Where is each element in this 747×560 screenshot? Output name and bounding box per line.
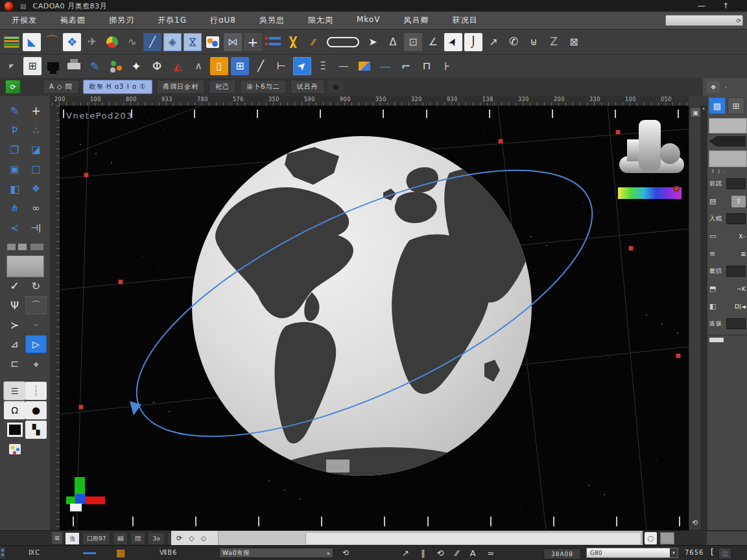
exit-icon[interactable]: ⊢: [272, 57, 290, 75]
snap-icon-3[interactable]: ⁄⁄: [455, 548, 458, 558]
corner-toggle-icon[interactable]: ◫: [718, 548, 731, 559]
list-icon[interactable]: [264, 33, 282, 51]
blank-box-tool[interactable]: ┆: [25, 382, 47, 400]
scroll-bottom-refresh-icon[interactable]: ⟲: [690, 518, 700, 528]
vertical-scrollbar[interactable]: ▣ ⟲: [689, 106, 701, 530]
panel-row-icon-7[interactable]: ◧: [709, 302, 716, 310]
curve-box-icon[interactable]: ⌡: [464, 33, 482, 51]
vertex-icon[interactable]: Δ: [384, 33, 402, 51]
mini-swatches[interactable]: [4, 238, 47, 256]
cycle-tool[interactable]: ∞: [25, 199, 47, 217]
panel-row-field-8[interactable]: [726, 318, 746, 329]
arrow-icon[interactable]: ➤: [364, 33, 382, 51]
search-refresh-icon[interactable]: ⟳: [736, 18, 742, 24]
minimize-button[interactable]: —: [698, 1, 706, 10]
panel-row-icon-1[interactable]: ▤: [709, 197, 716, 205]
bowtie-icon[interactable]: ⋈: [224, 33, 242, 51]
z-icon[interactable]: Z: [545, 33, 563, 51]
panel-row-button-1[interactable]: ⇧: [731, 196, 746, 207]
brush-tool[interactable]: ❖: [25, 180, 47, 198]
dash-blue-icon[interactable]: —: [376, 57, 394, 75]
diamond-tool[interactable]: ◆: [25, 355, 47, 373]
grip-handle-7[interactable]: [676, 354, 680, 358]
menu-item-8[interactable]: 凤吕卿: [392, 15, 440, 26]
quick-search-box[interactable]: ⟳: [665, 15, 743, 26]
frame-tool[interactable]: ▣: [4, 160, 25, 178]
sheet-tab-2[interactable]: 圝: [113, 532, 128, 545]
view-toolbar-button-2[interactable]: 甬琱日㐱村: [156, 80, 205, 94]
home-view-icon[interactable]: ⟳: [5, 80, 21, 94]
grip-handle-4[interactable]: [616, 130, 620, 134]
grip-handle-2[interactable]: [79, 405, 83, 409]
field-spinner-icon[interactable]: ▾: [670, 548, 678, 557]
panel-row-value-3[interactable]: X–: [739, 233, 746, 240]
view-toolbar-button-4[interactable]: 㭍卜6与二: [240, 80, 286, 94]
panel-row-field-0[interactable]: [726, 178, 746, 189]
grip-handle-1[interactable]: [119, 280, 123, 284]
scroll-end-chip[interactable]: [660, 532, 674, 544]
linetype-sample[interactable]: [83, 552, 96, 554]
camera-icon[interactable]: ⊠: [565, 33, 583, 51]
colordots-tool[interactable]: [4, 440, 25, 458]
scroll-top-button[interactable]: ▣: [690, 107, 701, 118]
psi-tool[interactable]: Ψ: [4, 296, 25, 314]
panel-splitter[interactable]: ▴: [700, 106, 707, 530]
steering-icon[interactable]: Ξ: [314, 57, 332, 75]
molecule-icon[interactable]: [106, 57, 124, 75]
panel-icon[interactable]: ⊡: [404, 33, 422, 51]
check-tool[interactable]: ✓: [4, 277, 25, 295]
panel-gear-icon[interactable]: ❖: [707, 81, 720, 93]
black-swatch-tool[interactable]: [4, 421, 25, 439]
favorite-star-icon[interactable]: ★: [329, 80, 343, 93]
big-swatch[interactable]: [4, 257, 47, 275]
layer-dropdown[interactable]: Wa0市报 ▸: [219, 548, 333, 558]
table-icon[interactable]: ▦: [114, 548, 127, 558]
spline-box-icon[interactable]: ╱: [143, 33, 161, 51]
satellite-shape[interactable]: [619, 119, 684, 174]
mirror-tool[interactable]: ◪: [25, 141, 47, 159]
phone-icon[interactable]: ✆: [504, 33, 523, 51]
spark2-icon[interactable]: ⁄⁄: [304, 33, 322, 51]
grip-handle-3[interactable]: [499, 139, 503, 143]
list-box-tool[interactable]: ☰: [4, 382, 25, 400]
sheet-tab-3[interactable]: 閆: [130, 532, 145, 545]
panel-tab-grid[interactable]: ⊞: [728, 97, 744, 114]
sheet-nav-icon-2[interactable]: ◇: [201, 534, 206, 542]
play-selected-tool[interactable]: ▷: [25, 335, 47, 353]
command-field[interactable]: G80 ▾: [586, 548, 678, 558]
count-button[interactable]: 38A08: [543, 548, 581, 559]
polygon-tool[interactable]: ⊿: [4, 335, 25, 353]
pen-tool[interactable]: ✎: [4, 102, 25, 120]
fork-tool[interactable]: ⋔: [4, 199, 25, 217]
horizontal-scrollbar[interactable]: [218, 531, 643, 546]
doc-orange-icon[interactable]: ▯: [210, 57, 228, 75]
grip-handle-6[interactable]: [629, 246, 633, 250]
material-swatch[interactable]: [709, 118, 747, 134]
menu-item-5[interactable]: 吳另思: [248, 15, 296, 26]
pulse-icon[interactable]: ∧: [189, 57, 208, 75]
snap-dots-tool[interactable]: ∴: [25, 121, 47, 139]
plus-icon[interactable]: +: [244, 33, 262, 51]
color-pie-icon[interactable]: [103, 33, 121, 51]
pointer-box-icon[interactable]: ➤: [444, 33, 462, 51]
view-toolbar-button-1[interactable]: 欧帑 H ɑ3 I ɑ ①: [83, 80, 152, 94]
frame2-tool[interactable]: □: [25, 160, 47, 178]
lasso-tool[interactable]: ↻: [25, 277, 47, 295]
sheet-tab-0[interactable]: 当: [65, 532, 80, 545]
view-toolbar-button-3[interactable]: 祀己: [209, 80, 236, 94]
curve-icon[interactable]: ∿: [123, 33, 141, 51]
menu-item-9[interactable]: 获况目: [440, 15, 489, 26]
display-black-icon[interactable]: [44, 57, 62, 75]
snap-icon-4[interactable]: A: [470, 548, 476, 558]
panel-row-field-5[interactable]: [726, 266, 746, 277]
sheet-grid-icon[interactable]: ⊞: [52, 532, 62, 544]
star4-icon[interactable]: ✦: [127, 57, 145, 75]
grid-blue-icon[interactable]: ⊞: [231, 57, 249, 75]
spacing-tool[interactable]: ⊣|: [25, 218, 47, 237]
status-refresh-icon[interactable]: ⟲: [342, 548, 349, 557]
printer-icon[interactable]: [65, 57, 83, 75]
orient-diamond-icon[interactable]: ◈: [163, 33, 182, 51]
sketch-blob-icon[interactable]: ❖: [63, 33, 81, 51]
panel-row-field-2[interactable]: [726, 213, 746, 224]
snap-icon-1[interactable]: ∥: [421, 548, 425, 558]
